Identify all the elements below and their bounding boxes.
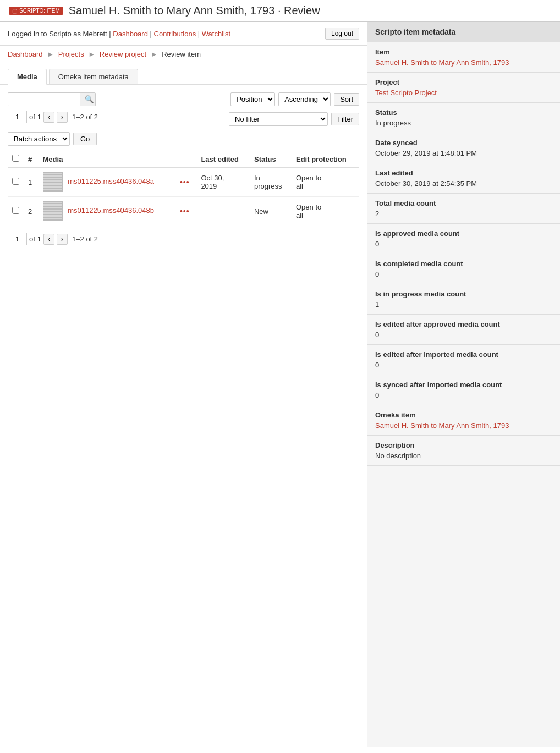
total-pages-top: 1 [37, 113, 41, 121]
sidebar-title: Scripto item metadata [367, 22, 560, 42]
main-layout: Logged in to Scripto as Mebrett | Dashbo… [0, 22, 560, 747]
sidebar-edited-after-imported-label: Is edited after imported media count [375, 350, 552, 359]
sidebar-omeka-item-value[interactable]: Samuel H. Smith to Mary Ann Smith, 1793 [375, 421, 552, 430]
breadcrumb-review-project[interactable]: Review project [100, 50, 146, 58]
sidebar-total-media-label: Total media count [375, 199, 552, 207]
sidebar-approved-label: Is approved media count [375, 229, 552, 238]
table-row: 1 ms011225.mss40436.048a ••• Oct 30,2019… [8, 167, 359, 197]
page-header: ▢ SCRIPTO: ITEM Samuel H. Smith to Mary … [0, 0, 560, 22]
filter-button[interactable]: Filter [331, 113, 359, 125]
sidebar-status-section: Status In progress [367, 103, 560, 133]
sidebar-edited-after-approved-label: Is edited after approved media count [375, 320, 552, 328]
tabs: Media Omeka item metadata [0, 63, 367, 85]
col-status: Status [250, 151, 292, 167]
sidebar-date-synced-section: Date synced October 29, 2019 at 1:48:01 … [367, 133, 560, 163]
select-all-checkbox[interactable] [12, 155, 19, 162]
prev-page-button-bottom[interactable]: ‹ [43, 234, 54, 245]
watchlist-link[interactable]: Watchlist [202, 30, 230, 38]
sidebar-project-section: Project Test Scripto Project [367, 73, 560, 103]
next-page-button-top[interactable]: › [57, 112, 68, 123]
tab-omeka-metadata[interactable]: Omeka item metadata [49, 69, 138, 84]
row2-media-cell: ms011225.mss40436.048b [39, 197, 175, 226]
left-panel: Logged in to Scripto as Mebrett | Dashbo… [0, 22, 367, 747]
dashboard-link[interactable]: Dashboard [113, 30, 148, 38]
contributions-link[interactable]: Contributions [154, 30, 196, 38]
prev-page-button-top[interactable]: ‹ [43, 112, 54, 123]
row2-last-edited [196, 197, 250, 226]
sidebar-description-value: No description [375, 452, 552, 460]
sidebar-date-synced-value: October 29, 2019 at 1:48:01 PM [375, 149, 552, 157]
search-button[interactable]: 🔍 [80, 93, 96, 106]
tab-media[interactable]: Media [8, 69, 47, 85]
top-nav: Logged in to Scripto as Mebrett | Dashbo… [0, 22, 367, 46]
breadcrumb-sep-2: ► [88, 50, 95, 58]
col-last-edited: Last edited [196, 151, 250, 167]
sidebar-in-progress-section: Is in progress media count 1 [367, 284, 560, 315]
next-page-button-bottom[interactable]: › [57, 234, 68, 245]
search-sort-bar: 🔍 Position Ascending Sort [8, 92, 359, 106]
page-input-top[interactable] [8, 111, 27, 123]
sidebar-total-media-section: Total media count 2 [367, 194, 560, 224]
sidebar-last-edited-value: October 30, 2019 at 2:54:35 PM [375, 179, 552, 188]
top-nav-links: Logged in to Scripto as Mebrett | Dashbo… [8, 30, 230, 38]
sidebar-synced-after-imported-value: 0 [375, 391, 552, 399]
sidebar-item-section: Item Samuel H. Smith to Mary Ann Smith, … [367, 42, 560, 73]
breadcrumb-sep-1: ► [47, 50, 54, 58]
row1-num: 1 [24, 167, 39, 197]
sidebar-omeka-item-section: Omeka item Samuel H. Smith to Mary Ann S… [367, 405, 560, 436]
row2-actions-button[interactable]: ••• [180, 207, 190, 216]
sidebar-completed-section: Is completed media count 0 [367, 254, 560, 284]
logged-in-text: Logged in to Scripto as Mebrett [8, 30, 107, 38]
sort-field-select[interactable]: Position [230, 92, 275, 106]
row1-status: Inprogress [250, 167, 292, 197]
row2-checkbox-cell [8, 197, 24, 226]
page-input-bottom[interactable] [8, 233, 27, 245]
breadcrumb-dashboard[interactable]: Dashboard [8, 50, 43, 58]
row2-dots-cell: ••• [175, 197, 196, 226]
sidebar-project-value[interactable]: Test Scripto Project [375, 89, 552, 97]
sort-direction-select[interactable]: Ascending [278, 92, 331, 106]
content-area: 🔍 Position Ascending Sort of 1 ‹ [0, 85, 367, 253]
row2-status: New [250, 197, 292, 226]
filter-row: No filter Filter [229, 112, 359, 126]
sidebar-edited-after-imported-section: Is edited after imported media count 0 [367, 345, 560, 375]
right-panel: Scripto item metadata Item Samuel H. Smi… [367, 22, 560, 747]
search-input[interactable] [8, 93, 80, 106]
of-text-top: of [29, 113, 35, 121]
table-body: 1 ms011225.mss40436.048a ••• Oct 30,2019… [8, 167, 359, 226]
sidebar-synced-after-imported-section: Is synced after imported media count 0 [367, 375, 560, 405]
sidebar-approved-section: Is approved media count 0 [367, 224, 560, 254]
row1-actions-button[interactable]: ••• [180, 178, 190, 186]
sidebar-in-progress-value: 1 [375, 300, 552, 309]
sidebar-edited-after-approved-section: Is edited after approved media count 0 [367, 315, 560, 345]
sidebar-in-progress-label: Is in progress media count [375, 290, 552, 298]
row2-edit-protection: Open toall [292, 197, 359, 226]
pagination-filter-row: of 1 ‹ › 1–2 of 2 No filter Filter [8, 111, 359, 128]
media-table: # Media Last edited Status Edit protecti… [8, 151, 359, 226]
batch-go-button[interactable]: Go [73, 133, 97, 145]
row1-media-link[interactable]: ms011225.mss40436.048a [68, 177, 154, 185]
row1-checkbox[interactable] [12, 178, 19, 185]
sidebar-edited-after-imported-value: 0 [375, 361, 552, 369]
sort-button[interactable]: Sort [334, 93, 359, 106]
row1-media-cell: ms011225.mss40436.048a [39, 167, 175, 197]
row1-dots-cell: ••• [175, 167, 196, 197]
row1-last-edited: Oct 30,2019 [196, 167, 250, 197]
sidebar-item-value[interactable]: Samuel H. Smith to Mary Ann Smith, 1793 [375, 58, 552, 67]
breadcrumb-current: Review item [162, 50, 201, 58]
logout-button[interactable]: Log out [325, 28, 359, 40]
search-input-wrap: 🔍 [8, 92, 96, 106]
col-num: # [24, 151, 39, 167]
batch-actions-select[interactable]: Batch actions [8, 132, 70, 146]
breadcrumb-projects[interactable]: Projects [58, 50, 84, 58]
total-pages-bottom: 1 [37, 235, 41, 243]
row2-media-link[interactable]: ms011225.mss40436.048b [68, 206, 154, 215]
search-icon: 🔍 [85, 95, 94, 103]
row2-checkbox[interactable] [12, 207, 19, 214]
page-title: Samuel H. Smith to Mary Ann Smith, 1793 … [69, 4, 320, 17]
filter-select[interactable]: No filter [229, 112, 328, 126]
row1-edit-protection: Open toall [292, 167, 359, 197]
breadcrumb: Dashboard ► Projects ► Review project ► … [0, 46, 367, 63]
sidebar-project-label: Project [375, 78, 552, 86]
pagination-bar-bottom: of 1 ‹ › 1–2 of 2 [8, 233, 359, 245]
